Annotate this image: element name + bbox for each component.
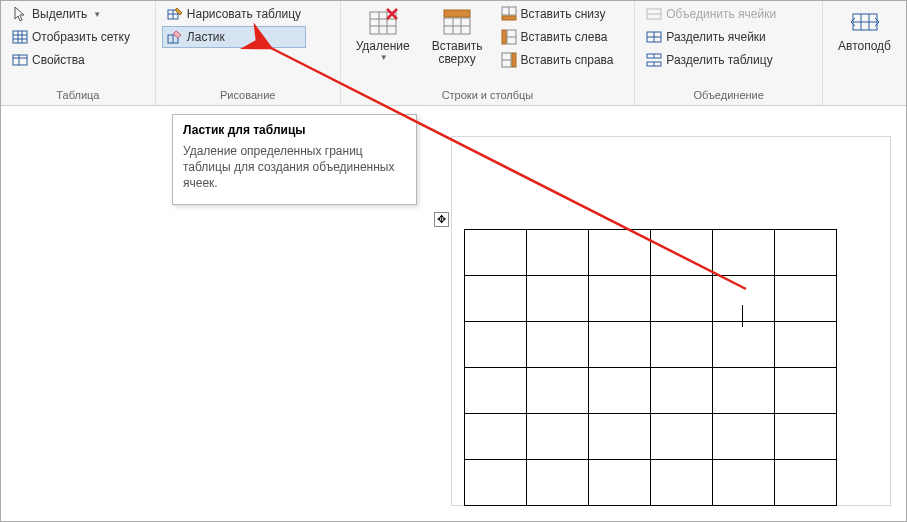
table-cell[interactable] (775, 460, 837, 506)
insert-top-button[interactable]: Вставить сверху (423, 3, 492, 69)
split-table-button[interactable]: Разделить таблицу (641, 49, 781, 71)
group-autofit: Автоподб (823, 1, 906, 105)
table-cell[interactable] (651, 230, 713, 276)
table-cell[interactable] (589, 322, 651, 368)
table-cell[interactable] (775, 322, 837, 368)
table-cell[interactable] (713, 368, 775, 414)
table-cell[interactable] (527, 368, 589, 414)
group-rows-label: Строки и столбцы (347, 87, 629, 105)
draw-table-label: Нарисовать таблицу (187, 7, 301, 21)
table-cell[interactable] (465, 460, 527, 506)
cursor-icon (12, 6, 28, 22)
svg-rect-22 (444, 10, 470, 17)
table-cell[interactable] (589, 368, 651, 414)
insert-right-icon (501, 52, 517, 68)
eraser-button[interactable]: Ластик (162, 26, 306, 48)
merge-cells-button[interactable]: Объединить ячейки (641, 3, 781, 25)
properties-label: Свойства (32, 53, 85, 67)
showgrid-label: Отобразить сетку (32, 30, 130, 44)
tooltip-body: Удаление определенных границ таблицы для… (183, 143, 406, 192)
properties-icon (12, 52, 28, 68)
table-cell[interactable] (465, 322, 527, 368)
group-merge: Объединить ячейки Разделить ячейки Разде… (635, 1, 823, 105)
insert-below-icon (501, 6, 517, 22)
table-cell[interactable] (713, 460, 775, 506)
split-cells-label: Разделить ячейки (666, 30, 766, 44)
split-cells-button[interactable]: Разделить ячейки (641, 26, 781, 48)
document-area: ✥ (1, 106, 906, 521)
table-cell[interactable] (713, 230, 775, 276)
table-cell[interactable] (465, 276, 527, 322)
select-label: Выделить (32, 7, 87, 21)
document-table[interactable] (464, 229, 837, 506)
autofit-label: Автоподб (838, 40, 891, 53)
table-cell[interactable] (589, 276, 651, 322)
table-cell[interactable] (775, 276, 837, 322)
table-cell[interactable] (527, 460, 589, 506)
table-cell[interactable] (527, 322, 589, 368)
table-cell[interactable] (775, 368, 837, 414)
table-cell[interactable] (713, 414, 775, 460)
eraser-icon (167, 29, 183, 45)
svg-rect-31 (512, 53, 516, 67)
document-page[interactable]: ✥ (451, 136, 891, 506)
table-cell[interactable] (775, 230, 837, 276)
group-table-label: Таблица (7, 87, 149, 105)
showgrid-button[interactable]: Отобразить сетку (7, 26, 135, 48)
table-cell[interactable] (465, 230, 527, 276)
group-rows: Удаление ▼ Вставить сверху Вставить сниз… (341, 1, 636, 105)
insert-right-label: Вставить справа (521, 53, 614, 67)
table-cell[interactable] (527, 414, 589, 460)
insert-left-icon (501, 29, 517, 45)
select-button[interactable]: Выделить ▼ (7, 3, 135, 25)
tooltip: Ластик для таблицы Удаление определенных… (172, 114, 417, 205)
group-draw-label: Рисование (162, 87, 334, 105)
table-cell[interactable] (651, 322, 713, 368)
insert-top-icon (441, 6, 473, 38)
draw-table-button[interactable]: Нарисовать таблицу (162, 3, 306, 25)
ribbon: Выделить ▼ Отобразить сетку Свойства Та (1, 1, 906, 106)
table-cell[interactable] (589, 460, 651, 506)
svg-rect-28 (502, 30, 506, 44)
insert-right-button[interactable]: Вставить справа (496, 49, 619, 71)
split-table-label: Разделить таблицу (666, 53, 772, 67)
table-cell[interactable] (713, 276, 775, 322)
autofit-icon (849, 6, 881, 38)
insert-left-button[interactable]: Вставить слева (496, 26, 619, 48)
group-autofit-label (829, 87, 900, 105)
table-cell[interactable] (775, 414, 837, 460)
group-table: Выделить ▼ Отобразить сетку Свойства Та (1, 1, 156, 105)
grid-icon (12, 29, 28, 45)
table-cell[interactable] (527, 276, 589, 322)
insert-below-label: Вставить снизу (521, 7, 606, 21)
group-draw: Нарисовать таблицу Ластик Рисование (156, 1, 341, 105)
delete-button[interactable]: Удаление ▼ (347, 3, 419, 65)
table-cell[interactable] (651, 368, 713, 414)
table-cell[interactable] (527, 230, 589, 276)
table-cell[interactable] (589, 414, 651, 460)
autofit-button[interactable]: Автоподб (829, 3, 900, 56)
table-move-handle[interactable]: ✥ (434, 212, 449, 227)
table-cell[interactable] (651, 414, 713, 460)
merge-cells-icon (646, 6, 662, 22)
svg-rect-5 (13, 55, 27, 65)
delete-label: Удаление (356, 40, 410, 53)
table-cell[interactable] (651, 276, 713, 322)
table-cell[interactable] (589, 230, 651, 276)
properties-button[interactable]: Свойства (7, 49, 135, 71)
split-table-icon (646, 52, 662, 68)
eraser-label: Ластик (187, 30, 225, 44)
insert-top-label: Вставить сверху (432, 40, 483, 66)
table-cell[interactable] (713, 322, 775, 368)
chevron-down-icon: ▼ (380, 53, 388, 62)
delete-icon (367, 6, 399, 38)
draw-table-icon (167, 6, 183, 22)
table-cell[interactable] (651, 460, 713, 506)
insert-left-label: Вставить слева (521, 30, 608, 44)
table-cell[interactable] (465, 368, 527, 414)
merge-cells-label: Объединить ячейки (666, 7, 776, 21)
insert-below-button[interactable]: Вставить снизу (496, 3, 619, 25)
split-cells-icon (646, 29, 662, 45)
group-merge-label: Объединение (641, 87, 816, 105)
table-cell[interactable] (465, 414, 527, 460)
